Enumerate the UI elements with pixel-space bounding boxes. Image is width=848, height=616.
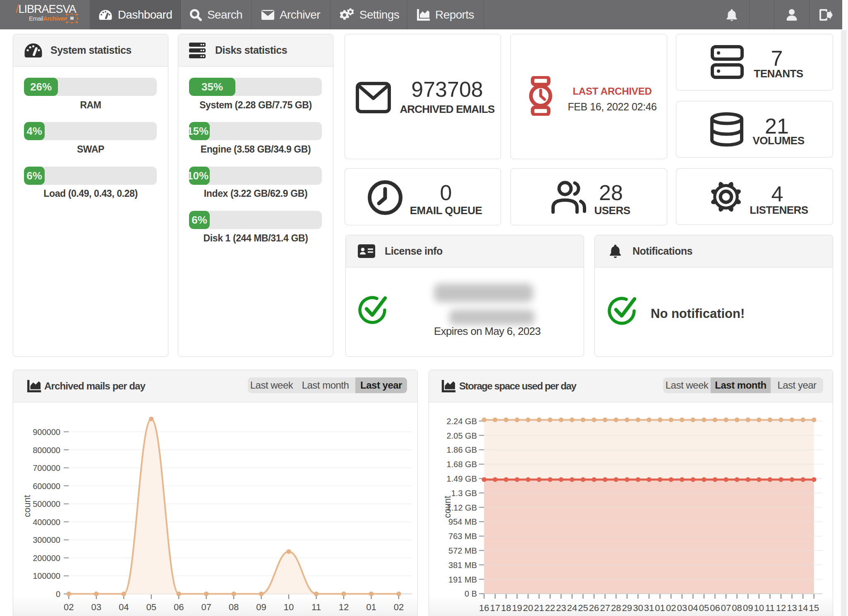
svg-text:381 MB: 381 MB [448,561,477,570]
svg-text:2.05 GB: 2.05 GB [447,431,477,440]
svg-text:700000: 700000 [33,463,60,473]
svg-text:500000: 500000 [33,499,60,509]
svg-text:1.68 GB: 1.68 GB [447,460,477,469]
svg-text:572 MB: 572 MB [448,546,477,555]
svg-text:100000: 100000 [33,571,60,580]
svg-text:200000: 200000 [33,554,60,563]
svg-text:191 MB: 191 MB [448,575,477,584]
svg-text:800000: 800000 [33,446,60,455]
svg-text:2.24 GB: 2.24 GB [447,417,477,426]
svg-text:count: count [442,496,453,518]
svg-text:1.86 GB: 1.86 GB [447,445,477,454]
svg-text:count: count [22,495,32,517]
svg-text:763 MB: 763 MB [448,532,477,541]
svg-text:1.3 GB: 1.3 GB [451,489,477,498]
svg-text:1.49 GB: 1.49 GB [447,474,477,483]
svg-text:400000: 400000 [33,518,60,527]
svg-text:954 MB: 954 MB [448,517,477,526]
svg-text:300000: 300000 [33,535,60,544]
svg-text:900000: 900000 [33,427,60,437]
svg-text:600000: 600000 [33,482,60,491]
